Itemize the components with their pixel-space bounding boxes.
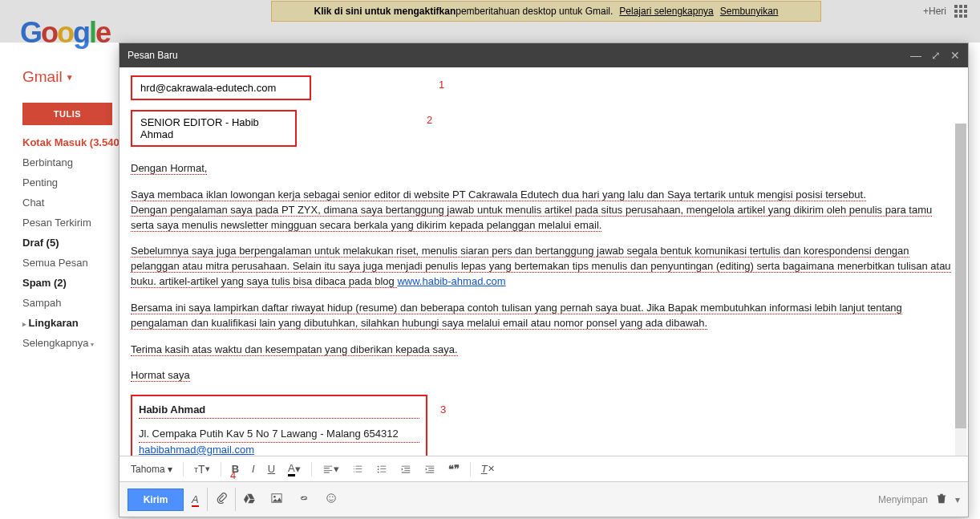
svg-point-4 bbox=[273, 496, 276, 498]
svg-point-7 bbox=[332, 497, 333, 497]
message-body[interactable]: Dengan Hormat, Saya membaca iklan lowong… bbox=[131, 161, 957, 456]
attach-file-icon[interactable] bbox=[207, 488, 236, 511]
align-icon[interactable]: ▾ bbox=[318, 460, 344, 478]
svg-point-5 bbox=[326, 494, 335, 503]
sig-email[interactable]: habibahmad@gmail.com bbox=[139, 444, 254, 456]
sidebar-item[interactable]: Pesan Terkirim bbox=[22, 213, 135, 233]
svg-point-6 bbox=[329, 497, 330, 497]
notif-bold: Klik di sini untuk mengaktifkan bbox=[314, 6, 456, 17]
user-label[interactable]: +Heri bbox=[923, 6, 946, 17]
emoji-icon[interactable] bbox=[318, 493, 345, 506]
close-icon[interactable]: ✕ bbox=[950, 49, 960, 62]
gmail-dropdown[interactable]: Gmail▼ bbox=[22, 68, 74, 86]
to-field[interactable]: hrd@cakrawala-edutech.com bbox=[131, 75, 311, 100]
annotation-1: 1 bbox=[439, 79, 444, 91]
sig-address: Jl. Cempaka Putih Kav 5 No 7 Lawang - Ma… bbox=[139, 427, 419, 443]
notif-text: pemberitahuan desktop untuk Gmail. bbox=[456, 6, 613, 17]
sidebar-item[interactable]: Penting bbox=[22, 172, 135, 193]
svg-point-1 bbox=[377, 468, 379, 470]
format-toolbar: Tahoma ▾ тT▾ B I U A▾ ▾ ❝❞ T✕ bbox=[119, 456, 968, 481]
send-toolbar: Kirim A 4 Menyimpan ▾ bbox=[119, 481, 968, 517]
quote-icon[interactable]: ❝❞ bbox=[443, 460, 464, 478]
sidebar-item[interactable]: Spam (2) bbox=[22, 273, 135, 293]
sidebar-nav: Kotak Masuk (3.540BerbintangPentingChatP… bbox=[22, 132, 135, 353]
compose-button[interactable]: TULIS bbox=[22, 103, 112, 125]
signature-block: Habib Ahmad Jl. Cempaka Putih Kav 5 No 7… bbox=[131, 395, 427, 456]
sig-name: Habib Ahmad bbox=[139, 403, 419, 419]
photo-icon[interactable] bbox=[263, 493, 290, 506]
discard-icon[interactable] bbox=[936, 493, 947, 506]
notif-hide[interactable]: Sembunyikan bbox=[720, 6, 779, 17]
clear-format-icon[interactable]: T✕ bbox=[476, 460, 500, 478]
italic-icon[interactable]: I bbox=[247, 460, 260, 478]
compose-title: Pesan Baru bbox=[128, 50, 178, 61]
underline-icon[interactable]: U bbox=[263, 460, 280, 478]
indent-more-icon[interactable] bbox=[419, 460, 440, 478]
scrollbar[interactable] bbox=[955, 124, 966, 456]
more-options-icon[interactable]: ▾ bbox=[955, 494, 960, 505]
account-area: +Heri bbox=[923, 5, 967, 18]
link-icon[interactable] bbox=[290, 493, 318, 506]
apps-icon[interactable] bbox=[954, 5, 967, 18]
popout-icon[interactable]: ⤢ bbox=[931, 49, 941, 62]
indent-less-icon[interactable] bbox=[395, 460, 416, 478]
minimize-icon[interactable]: — bbox=[910, 49, 921, 62]
drive-icon[interactable] bbox=[236, 493, 263, 506]
svg-point-2 bbox=[377, 471, 379, 472]
sidebar-item[interactable]: Berbintang bbox=[22, 152, 135, 172]
compose-body: hrd@cakrawala-edutech.com 1 SENIOR EDITO… bbox=[119, 67, 968, 456]
send-button[interactable]: Kirim bbox=[128, 489, 184, 511]
svg-point-0 bbox=[377, 465, 379, 467]
sidebar-item[interactable]: Semua Pesan bbox=[22, 253, 135, 273]
bold-icon[interactable]: B bbox=[227, 460, 244, 478]
annotation-3: 3 bbox=[440, 403, 446, 418]
bullet-list-icon[interactable] bbox=[371, 460, 392, 478]
notif-learn-more[interactable]: Pelajari selengkapnya bbox=[619, 6, 713, 17]
sidebar-item[interactable]: Lingkaran bbox=[22, 313, 135, 333]
font-size-icon[interactable]: тT▾ bbox=[189, 460, 215, 479]
subject-field[interactable]: SENIOR EDITOR - Habib Ahmad bbox=[131, 110, 297, 147]
google-logo: Google bbox=[20, 16, 110, 50]
annotation-2: 2 bbox=[427, 114, 432, 126]
sidebar-item[interactable]: Kotak Masuk (3.540 bbox=[22, 132, 135, 152]
compose-header[interactable]: Pesan Baru — ⤢ ✕ bbox=[119, 43, 968, 67]
sidebar-item[interactable]: Selengkapnya bbox=[22, 333, 135, 353]
font-select[interactable]: Tahoma ▾ bbox=[126, 460, 177, 478]
notification-banner[interactable]: Klik di sini untuk mengaktifkan pemberit… bbox=[271, 1, 821, 22]
blog-link[interactable]: www.habib-ahmad.com bbox=[397, 275, 505, 287]
sidebar-item[interactable]: Draf (5) bbox=[22, 233, 135, 253]
sidebar-item[interactable]: Chat bbox=[22, 193, 135, 213]
format-toggle-icon[interactable]: A bbox=[184, 493, 207, 505]
compose-window: Pesan Baru — ⤢ ✕ hrd@cakrawala-edutech.c… bbox=[119, 43, 969, 517]
saving-label: Menyimpan bbox=[878, 494, 928, 505]
sidebar-item[interactable]: Sampah bbox=[22, 293, 135, 313]
numbered-list-icon[interactable] bbox=[347, 460, 368, 478]
text-color-icon[interactable]: A▾ bbox=[283, 459, 306, 480]
